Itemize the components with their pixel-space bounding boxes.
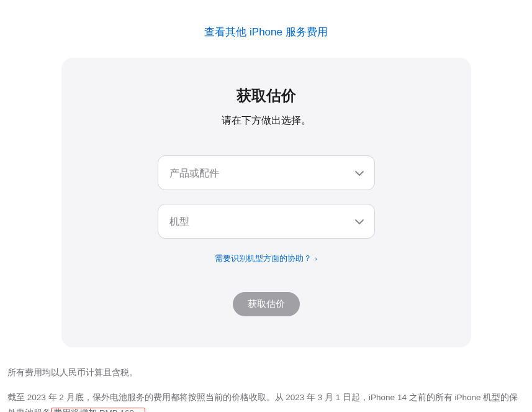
identify-model-help-link[interactable]: 需要识别机型方面的协助？ › [215, 254, 317, 263]
price-increase-highlight: 费用将增加 RMB 169。 [51, 408, 145, 412]
submit-wrapper: 获取估价 [92, 292, 440, 316]
footer-line-2: 截至 2023 年 2 月底，保外电池服务的费用都将按照当前的价格收取。从 20… [7, 390, 525, 412]
product-select-wrapper: 产品或配件 [158, 155, 375, 190]
other-services-link[interactable]: 查看其他 iPhone 服务费用 [204, 26, 327, 38]
product-select[interactable]: 产品或配件 [158, 155, 375, 190]
chevron-right-icon: › [313, 255, 317, 262]
top-link-container: 查看其他 iPhone 服务费用 [0, 0, 532, 58]
model-select-group: 机型 [158, 204, 375, 239]
help-link-container: 需要识别机型方面的协助？ › [92, 252, 440, 264]
card-subtitle: 请在下方做出选择。 [92, 114, 440, 127]
product-select-group: 产品或配件 [158, 155, 375, 190]
get-estimate-button[interactable]: 获取估价 [233, 292, 300, 316]
help-link-text: 需要识别机型方面的协助？ [215, 254, 312, 263]
card-title: 获取估价 [92, 86, 440, 106]
estimate-card: 获取估价 请在下方做出选择。 产品或配件 机型 需要识别机型方面的协助？ › [61, 58, 471, 347]
model-select[interactable]: 机型 [158, 204, 375, 239]
footer-line-1: 所有费用均以人民币计算且含税。 [7, 365, 525, 381]
footer-text: 所有费用均以人民币计算且含税。 截至 2023 年 2 月底，保外电池服务的费用… [7, 365, 525, 412]
model-select-wrapper: 机型 [158, 204, 375, 239]
